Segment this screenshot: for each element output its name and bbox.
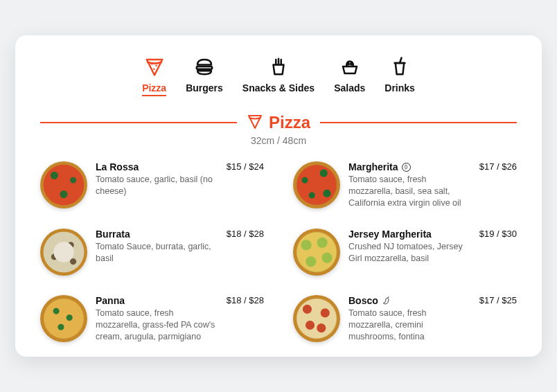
section-subtitle: 32cm / 48cm [40, 135, 517, 146]
pizza-image [293, 295, 340, 342]
item-description: Tomato sauce, fresh mozzarella, cremini … [348, 308, 472, 343]
spicy-icon [382, 296, 391, 305]
item-price: $18 / $28 [227, 295, 264, 343]
pizza-image [40, 295, 87, 342]
vegetarian-icon [402, 163, 411, 172]
svg-point-0 [151, 63, 153, 65]
category-label: Burgers [186, 82, 223, 95]
pizza-slice-icon [143, 55, 166, 78]
pizza-image [293, 229, 340, 276]
salad-icon [338, 55, 362, 78]
item-description: Crushed NJ tomatoes, Jersey Girl mozzare… [348, 241, 472, 265]
category-salads[interactable]: Salads [334, 55, 365, 96]
section-heading: Pizza [40, 113, 517, 132]
menu-item[interactable]: Burrata Tomato Sauce, burrata, garlic, b… [40, 229, 264, 276]
item-description: Tomato sauce, fresh mozzarella, basil, s… [348, 174, 472, 209]
item-description: Tomato Sauce, burrata, garlic, basil [96, 241, 220, 265]
item-price: $19 / $30 [479, 229, 517, 276]
item-name: Jersey Margherita [348, 229, 472, 240]
svg-point-5 [351, 63, 353, 65]
item-name: Bosco [348, 295, 472, 306]
item-name: La Rossa [96, 161, 220, 172]
item-name: Burrata [96, 229, 220, 240]
item-price: $15 / $24 [227, 161, 264, 209]
pizza-image [40, 229, 87, 276]
item-description: Tomato sauce, garlic, basil (no cheese) [96, 174, 220, 197]
item-description: Tomato sauce, fresh mozzarella, grass-fe… [96, 308, 220, 343]
category-label: Snacks & Sides [242, 82, 315, 95]
category-pizza[interactable]: Pizza [142, 55, 166, 96]
pizza-slice-icon [247, 113, 263, 132]
item-name: Margherita [348, 161, 472, 172]
category-label: Pizza [142, 82, 166, 96]
heading-rule-left [40, 122, 237, 123]
category-nav: Pizza Burgers Snacks & Sides [40, 55, 517, 96]
category-snacks[interactable]: Snacks & Sides [242, 55, 315, 96]
item-name: Panna [96, 295, 220, 306]
pizza-image [40, 161, 87, 208]
item-price: $18 / $28 [227, 229, 264, 276]
item-price: $17 / $26 [479, 161, 517, 209]
burger-icon [193, 55, 216, 78]
item-price: $17 / $25 [479, 295, 517, 343]
menu-item[interactable]: Jersey Margherita Crushed NJ tomatoes, J… [293, 229, 517, 276]
menu-item[interactable]: Bosco Tomato sauce, fresh mozzarella, cr… [293, 295, 517, 343]
pizza-image [293, 161, 340, 208]
heading-rule-right [320, 122, 517, 123]
category-label: Salads [334, 82, 365, 95]
menu-card: Pizza Burgers Snacks & Sides [15, 35, 542, 356]
menu-item[interactable]: Panna Tomato sauce, fresh mozzarella, gr… [40, 295, 264, 343]
menu-item[interactable]: Margherita Tomato sauce, fresh mozzarell… [293, 161, 517, 209]
fries-icon [267, 55, 290, 78]
svg-rect-3 [197, 66, 213, 69]
menu-grid: La Rossa Tomato sauce, garlic, basil (no… [40, 161, 517, 342]
category-drinks[interactable]: Drinks [384, 55, 415, 96]
drink-icon [388, 55, 412, 78]
category-label: Drinks [384, 82, 415, 95]
menu-item[interactable]: La Rossa Tomato sauce, garlic, basil (no… [40, 161, 264, 209]
svg-point-1 [155, 65, 157, 67]
svg-point-4 [347, 63, 349, 65]
category-burgers[interactable]: Burgers [186, 55, 223, 96]
svg-point-2 [153, 69, 155, 71]
section-title: Pizza [269, 113, 310, 132]
